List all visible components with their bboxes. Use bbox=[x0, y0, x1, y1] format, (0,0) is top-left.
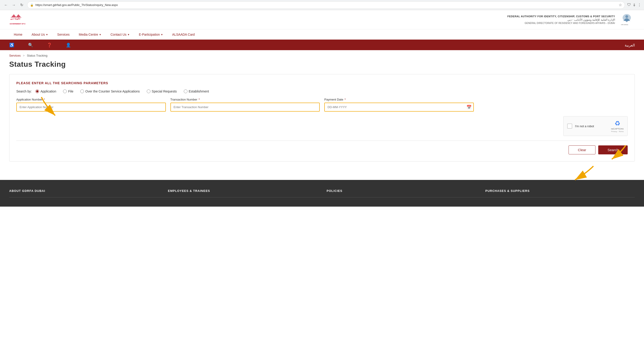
authority-line3: GENERAL DIRECTORATE OF RESIDENCY AND FOR… bbox=[508, 22, 615, 24]
radio-counter-label: Over the Counter Service Applications bbox=[85, 90, 140, 93]
address-bar[interactable]: 🔒 https://smart.gdrfad.gov.ae/Public_Th/… bbox=[27, 2, 625, 9]
footer-about-title: ABOUT GDRFA DUBAI bbox=[9, 189, 159, 192]
buttons-row: Clear Search bbox=[16, 141, 628, 154]
radio-special-input[interactable] bbox=[147, 90, 150, 93]
media-centre-arrow: ▼ bbox=[99, 33, 102, 36]
accessibility-icon[interactable]: ♿ bbox=[9, 42, 14, 48]
form-box: PLEASE ENTER ALL THE SEARCHING PARAMETER… bbox=[9, 74, 635, 162]
main-nav: Home About Us ▼ Services Media Centre ▼ … bbox=[0, 30, 644, 40]
transaction-number-label: Transaction Number * bbox=[170, 98, 320, 101]
dubai-gov-logo: حكومة دبي GOVERNMENT OF DUBAI bbox=[9, 12, 25, 27]
nav-contact-us[interactable]: Contact Us ▼ bbox=[106, 30, 134, 40]
date-input-wrapper: 📅 bbox=[324, 102, 474, 112]
header-top: حكومة دبي GOVERNMENT OF DUBAI FEDERAL AU… bbox=[0, 10, 644, 30]
application-number-label: Application Number * bbox=[16, 98, 166, 101]
application-number-group: Application Number * bbox=[16, 98, 166, 112]
lock-icon: 🔒 bbox=[30, 4, 34, 7]
radio-group: Application File Over the Counter Servic… bbox=[36, 90, 209, 93]
transaction-number-group: Transaction Number * bbox=[170, 98, 320, 112]
shield-icon: 🛡 bbox=[627, 3, 631, 7]
radio-special-label: Special Requests bbox=[152, 90, 177, 93]
svg-marker-2 bbox=[10, 14, 22, 18]
radio-establishment-input[interactable] bbox=[184, 90, 188, 93]
back-button[interactable]: ← bbox=[3, 2, 9, 8]
browser-actions: 🛡 ⇓ ⋮ bbox=[627, 3, 641, 7]
calendar-icon[interactable]: 📅 bbox=[466, 105, 472, 110]
footer-columns: ABOUT GDRFA DUBAI EMPLOYEES & TRAINEES P… bbox=[9, 189, 635, 198]
captcha-checkbox[interactable] bbox=[567, 124, 572, 128]
page: حكومة دبي GOVERNMENT OF DUBAI FEDERAL AU… bbox=[0, 10, 644, 355]
radio-application-input[interactable] bbox=[36, 90, 39, 93]
radio-establishment[interactable]: Establishment bbox=[184, 90, 209, 93]
search-icon[interactable]: 🔍 bbox=[28, 42, 33, 48]
transaction-number-input[interactable] bbox=[170, 102, 320, 112]
breadcrumb-current: Status Tracking bbox=[27, 54, 48, 57]
recaptcha-icon: ♻ bbox=[614, 120, 620, 127]
menu-icon: ⋮ bbox=[638, 3, 641, 7]
radio-file[interactable]: File bbox=[63, 90, 73, 93]
footer-employees-title: EMPLOYEES & TRAINEES bbox=[168, 189, 318, 192]
search-by-label: Search by: bbox=[16, 90, 32, 93]
about-us-arrow: ▼ bbox=[46, 33, 48, 36]
payment-date-required: * bbox=[344, 98, 346, 101]
radio-counter[interactable]: Over the Counter Service Applications bbox=[80, 90, 140, 93]
footer-col-about: ABOUT GDRFA DUBAI bbox=[9, 189, 159, 192]
contact-us-arrow: ▼ bbox=[128, 33, 130, 36]
secondary-nav: ♿ 🔍 ❓ 👤 العربية bbox=[0, 40, 644, 50]
captcha-label: I'm not a robot bbox=[575, 124, 608, 128]
nav-services[interactable]: Services bbox=[53, 30, 74, 40]
radio-file-label: File bbox=[68, 90, 73, 93]
radio-special[interactable]: Special Requests bbox=[147, 90, 177, 93]
secondary-nav-icons: ♿ 🔍 ❓ 👤 bbox=[9, 42, 71, 48]
recaptcha-brand: reCAPTCHA bbox=[611, 128, 624, 130]
footer-purchases-title: PURCHASES & SUPPLIERS bbox=[485, 189, 635, 192]
captcha-area: I'm not a robot ♻ reCAPTCHA Privacy · Te… bbox=[16, 116, 628, 136]
nav-alsaada[interactable]: ALSAADA Card bbox=[168, 30, 200, 40]
transaction-number-required: * bbox=[198, 98, 200, 101]
forward-button[interactable]: → bbox=[10, 2, 17, 8]
page-title: Status Tracking bbox=[0, 59, 644, 74]
payment-date-group: Payment Date * 📅 bbox=[324, 98, 474, 112]
captcha-logo: ♻ reCAPTCHA Privacy · Terms bbox=[611, 120, 624, 132]
breadcrumb-parent[interactable]: Services bbox=[9, 54, 21, 57]
footer-policies-title: POLICIES bbox=[326, 189, 476, 192]
form-instruction: PLEASE ENTER ALL THE SEARCHING PARAMETER… bbox=[16, 81, 628, 85]
footer-col-purchases: PURCHASES & SUPPLIERS bbox=[485, 189, 635, 192]
search-button[interactable]: Search bbox=[598, 146, 628, 154]
application-number-required: * bbox=[43, 98, 45, 101]
url-text: https://smart.gdrfad.gov.ae/Public_Th/St… bbox=[36, 3, 617, 7]
clear-button[interactable]: Clear bbox=[568, 146, 596, 154]
nav-e-participation[interactable]: E-Participation ▼ bbox=[134, 30, 168, 40]
user-icon[interactable]: 👤 bbox=[66, 42, 71, 48]
logo-area: حكومة دبي GOVERNMENT OF DUBAI bbox=[9, 12, 25, 27]
radio-establishment-label: Establishment bbox=[189, 90, 209, 93]
nav-about-us[interactable]: About Us ▼ bbox=[27, 30, 53, 40]
payment-date-input[interactable] bbox=[324, 102, 474, 112]
fields-row: Application Number * Transaction Number … bbox=[16, 98, 628, 112]
application-number-input[interactable] bbox=[16, 102, 166, 112]
authority-line2: الإدارة العامة للإقامة وشؤون الأجانب - د… bbox=[508, 18, 615, 22]
search-by-row: Search by: Application File Over the Cou… bbox=[16, 90, 628, 93]
nav-media-centre[interactable]: Media Centre ▼ bbox=[74, 30, 106, 40]
captcha-box: I'm not a robot ♻ reCAPTCHA Privacy · Te… bbox=[563, 116, 628, 136]
authority-line1: FEDERAL AUTHORITY FOR IDENTITY, CITIZENS… bbox=[508, 15, 615, 18]
main-content: PLEASE ENTER ALL THE SEARCHING PARAMETER… bbox=[0, 74, 644, 175]
authority-info: FEDERAL AUTHORITY FOR IDENTITY, CITIZENS… bbox=[508, 15, 615, 24]
help-icon[interactable]: ❓ bbox=[47, 42, 52, 48]
svg-text:UAE Authority: UAE Authority bbox=[621, 24, 628, 25]
footer: ABOUT GDRFA DUBAI EMPLOYEES & TRAINEES P… bbox=[0, 180, 644, 206]
radio-application-label: Application bbox=[40, 90, 56, 93]
footer-col-policies: POLICIES bbox=[326, 189, 476, 192]
nav-home[interactable]: Home bbox=[9, 30, 27, 40]
svg-text:GOVERNMENT OF DUBAI: GOVERNMENT OF DUBAI bbox=[10, 23, 25, 24]
svg-point-4 bbox=[625, 15, 628, 18]
arabic-language-link[interactable]: العربية bbox=[625, 43, 635, 48]
radio-application[interactable]: Application bbox=[36, 90, 56, 93]
breadcrumb-separator: > bbox=[23, 54, 24, 57]
radio-counter-input[interactable] bbox=[80, 90, 84, 93]
breadcrumb: Services > Status Tracking bbox=[0, 50, 644, 59]
radio-file-input[interactable] bbox=[63, 90, 67, 93]
footer-col-employees: EMPLOYEES & TRAINEES bbox=[168, 189, 318, 192]
authority-logo: UAE Authority bbox=[619, 13, 635, 26]
refresh-button[interactable]: ↻ bbox=[18, 2, 25, 8]
